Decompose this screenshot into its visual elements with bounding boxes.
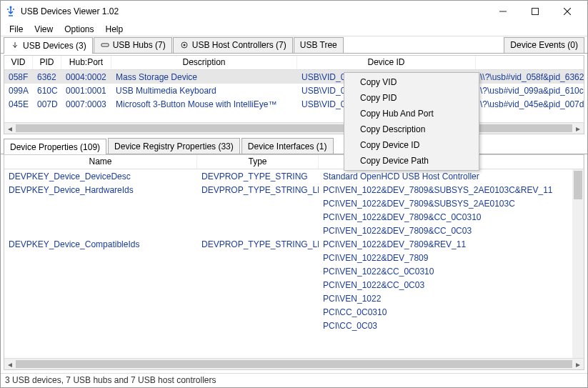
cell-value: PCI\CC_0C0310 xyxy=(319,307,584,317)
table-row[interactable]: PCI\CC_0C03 xyxy=(4,319,584,332)
cell-pid: 007D xyxy=(33,99,61,109)
menu-view[interactable]: View xyxy=(29,23,59,36)
cell-vid: 045E xyxy=(4,99,33,109)
cell-value: PCI\VEN_1022&CC_0C0310 xyxy=(319,267,584,277)
cell-type: DEVPROP_TYPE_STRING xyxy=(197,171,319,181)
titlebar: USB Devices Viewer 1.02 xyxy=(1,1,587,22)
col-name[interactable]: Name xyxy=(4,155,197,169)
menu-options[interactable]: Options xyxy=(59,23,99,36)
tab-usb-tree[interactable]: USB Tree xyxy=(294,37,344,53)
ctx-copy-desc[interactable]: Copy Description xyxy=(346,121,477,137)
tab-label: Device Interfaces (1) xyxy=(248,141,327,151)
svg-point-7 xyxy=(183,44,185,46)
tab-usb-hubs[interactable]: USB Hubs (7) xyxy=(94,37,172,53)
devices-grid-header: VID PID Hub:Port Description Device ID xyxy=(4,56,584,70)
maximize-button[interactable] xyxy=(519,1,551,21)
table-row[interactable]: PCI\VEN_1022&CC_0C03 xyxy=(4,278,584,292)
tab-device-registry[interactable]: Device Registry Properties (33) xyxy=(108,138,240,154)
tab-label: Device Events (0) xyxy=(510,40,578,50)
tab-device-interfaces[interactable]: Device Interfaces (1) xyxy=(241,138,334,154)
tab-label: USB Host Controllers (7) xyxy=(192,40,286,50)
table-row[interactable]: 099A 610C 0001:0001 USB Multimedia Keybo… xyxy=(4,84,584,97)
table-row[interactable]: PCI\CC_0C0310 xyxy=(4,305,584,319)
tab-usb-devices[interactable]: USB Devices (3) xyxy=(4,37,93,54)
devices-grid: VID PID Hub:Port Description Device ID 0… xyxy=(4,55,584,134)
tab-device-events[interactable]: Device Events (0) xyxy=(504,37,584,53)
col-pid[interactable]: PID xyxy=(33,56,61,69)
cell-value: PCI\VEN_1022&DEV_7809&SUBSYS_2AE0103C&RE… xyxy=(319,185,584,195)
tab-device-properties[interactable]: Device Properties (109) xyxy=(4,139,106,154)
gear-icon xyxy=(179,40,189,50)
ctx-copy-devpath[interactable]: Copy Device Path xyxy=(346,153,477,169)
table-row[interactable]: PCI\VEN_1022&CC_0C0310 xyxy=(4,264,584,278)
cell-vid: 058F xyxy=(4,72,33,82)
scroll-right-icon[interactable]: ▸ xyxy=(572,123,584,134)
cell-path: \\?\usb#vid_058f&pid_6362#05 xyxy=(476,72,584,82)
cell-pid: 6362 xyxy=(33,72,61,82)
table-row[interactable]: DEVPKEY_Device_CompatibleIdsDEVPROP_TYPE… xyxy=(4,237,584,251)
cell-vid: 099A xyxy=(4,86,33,96)
cell-desc: USB Multimedia Keyboard xyxy=(111,86,297,96)
properties-header: Name Type xyxy=(4,155,584,169)
svg-rect-2 xyxy=(532,9,538,15)
table-row[interactable]: PCI\VEN_1022&DEV_7809 xyxy=(4,251,584,264)
minimize-button[interactable] xyxy=(487,1,519,21)
scroll-thumb[interactable] xyxy=(574,171,582,199)
tab-label: Device Registry Properties (33) xyxy=(114,141,234,151)
table-row[interactable]: PCI\VEN_1022 xyxy=(4,292,584,305)
col-description[interactable]: Description xyxy=(111,56,297,69)
cell-value: PCI\VEN_1022&DEV_7809&SUBSYS_2AE0103C xyxy=(319,199,584,209)
menu-help[interactable]: Help xyxy=(100,23,129,36)
tab-usb-hosts[interactable]: USB Host Controllers (7) xyxy=(173,37,293,53)
table-row[interactable]: 058F 6362 0004:0002 Mass Storage Device … xyxy=(4,70,584,84)
cell-path: \?\usb#vid_045e&pid_007d#5 xyxy=(476,99,584,109)
close-button[interactable] xyxy=(551,1,583,21)
col-deviceid[interactable]: Device ID xyxy=(297,56,476,69)
hub-icon xyxy=(100,40,110,50)
vertical-scrollbar[interactable] xyxy=(572,169,584,358)
cell-value: PCI\CC_0C03 xyxy=(319,321,584,331)
table-row[interactable]: PCI\VEN_1022&DEV_7809&SUBSYS_2AE0103C xyxy=(4,197,584,210)
scroll-right-icon[interactable]: ▸ xyxy=(572,359,584,370)
properties-body: DEVPKEY_Device_DeviceDescDEVPROP_TYPE_ST… xyxy=(4,169,584,358)
col-vid[interactable]: VID xyxy=(4,56,33,69)
horizontal-scrollbar[interactable]: ◂ ▸ xyxy=(4,122,584,134)
horizontal-scrollbar[interactable]: ◂ ▸ xyxy=(4,358,584,369)
cell-name: DEVPKEY_Device_HardwareIds xyxy=(4,185,197,195)
table-row[interactable]: DEVPKEY_Device_DeviceDescDEVPROP_TYPE_ST… xyxy=(4,169,584,183)
scroll-left-icon[interactable]: ◂ xyxy=(4,123,16,134)
context-menu: Copy VID Copy PID Copy Hub And Port Copy… xyxy=(344,72,479,171)
col-type[interactable]: Type xyxy=(197,155,319,169)
ctx-copy-vid[interactable]: Copy VID xyxy=(346,74,477,90)
cell-value: PCI\VEN_1022&DEV_7809&CC_0C03 xyxy=(319,226,584,236)
ctx-copy-hub[interactable]: Copy Hub And Port xyxy=(346,106,477,121)
col-hubport[interactable]: Hub:Port xyxy=(61,56,111,69)
menu-file[interactable]: File xyxy=(4,23,29,36)
svg-rect-5 xyxy=(101,44,109,46)
properties-grid: Name Type DEVPKEY_Device_DeviceDescDEVPR… xyxy=(4,154,584,370)
table-row[interactable]: 045E 007D 0007:0003 Microsoft 3-Button M… xyxy=(4,97,584,111)
table-row[interactable]: PCI\VEN_1022&DEV_7809&CC_0C03 xyxy=(4,224,584,237)
cell-value: PCI\VEN_1022&DEV_7809 xyxy=(319,253,584,263)
scroll-thumb[interactable] xyxy=(16,360,572,368)
tab-label: USB Hubs (7) xyxy=(113,40,166,50)
cell-hubport: 0007:0003 xyxy=(61,99,111,109)
cell-value: PCI\VEN_1022 xyxy=(319,294,584,304)
menubar: File View Options Help xyxy=(1,22,587,36)
scroll-left-icon[interactable]: ◂ xyxy=(4,359,16,370)
tab-label: USB Devices (3) xyxy=(23,41,86,51)
usb-icon xyxy=(10,41,20,51)
cell-value: PCI\VEN_1022&DEV_7809&REV_11 xyxy=(319,239,584,249)
col-overflow[interactable] xyxy=(476,56,584,69)
ctx-copy-pid[interactable]: Copy PID xyxy=(346,90,477,106)
cell-value: Standard OpenHCD USB Host Controller xyxy=(319,171,584,181)
scroll-thumb[interactable] xyxy=(16,124,572,132)
cell-hubport: 0001:0001 xyxy=(61,86,111,96)
cell-desc: Mass Storage Device xyxy=(111,72,297,82)
cell-pid: 610C xyxy=(33,86,61,96)
devices-grid-body: 058F 6362 0004:0002 Mass Storage Device … xyxy=(4,70,584,122)
statusbar: 3 USB devices, 7 USB hubs and 7 USB host… xyxy=(1,373,587,387)
table-row[interactable]: PCI\VEN_1022&DEV_7809&CC_0C0310 xyxy=(4,210,584,224)
table-row[interactable]: DEVPKEY_Device_HardwareIdsDEVPROP_TYPE_S… xyxy=(4,183,584,197)
ctx-copy-devid[interactable]: Copy Device ID xyxy=(346,137,477,153)
